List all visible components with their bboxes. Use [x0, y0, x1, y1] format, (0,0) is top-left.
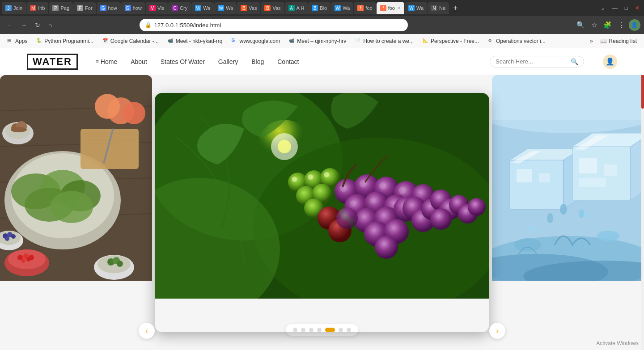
tab-favicon-vas1: B	[241, 5, 247, 11]
reload-button[interactable]: ↻	[32, 20, 43, 30]
nav-contact[interactable]: Contact	[277, 58, 299, 65]
tab-g1[interactable]: G how	[97, 2, 121, 14]
bookmark-operations[interactable]: ⚙ Operations vector i...	[484, 37, 549, 45]
bookmark-perspective[interactable]: 📐 Perspective - Free...	[419, 37, 483, 45]
main-slide-grapes	[155, 93, 489, 332]
reading-list-button[interactable]: 📖 Reading list	[597, 37, 640, 45]
tab-wa4[interactable]: W Wa	[405, 2, 427, 14]
nav-home[interactable]: ≡ Home	[96, 58, 117, 65]
address-bar-input-wrap[interactable]: 🔒	[140, 19, 408, 31]
tab-foo2-active[interactable]: f foo ×	[377, 2, 404, 14]
slideshow-area: ‹ ›	[0, 75, 644, 350]
bookmark-meet1[interactable]: 📹 Meet - nkb-ykad-rrq	[164, 37, 226, 45]
home-button[interactable]: ⌂	[46, 20, 55, 30]
settings-button[interactable]: ⋮	[616, 19, 627, 31]
tab-vis[interactable]: V Vis	[146, 2, 168, 14]
tab-ah[interactable]: A A H	[285, 2, 308, 14]
svg-point-57	[324, 172, 329, 177]
nav-states[interactable]: States Of Water	[161, 58, 205, 65]
slide-prev-button[interactable]: ‹	[139, 323, 155, 339]
back-button[interactable]: ←	[4, 20, 15, 30]
nav-gallery[interactable]: Gallery	[218, 58, 238, 65]
tab-title-g1: how	[108, 5, 117, 11]
svg-point-18	[123, 102, 145, 124]
tab-wa1[interactable]: W Wa	[191, 2, 214, 14]
svg-rect-100	[579, 158, 597, 173]
tab-favicon-inbox: M	[30, 5, 36, 11]
svg-point-41	[5, 236, 9, 241]
close-button[interactable]: ✕	[632, 4, 642, 12]
tab-title-wa4: Wa	[416, 5, 424, 11]
forward-button[interactable]: →	[18, 20, 30, 30]
tab-favicon-join: J	[5, 5, 12, 11]
tab-bar: J Join M Inb P Pag F For G how G how V V…	[0, 0, 644, 16]
tab-title-foo2: foo	[388, 5, 395, 11]
svg-point-94	[514, 238, 541, 252]
bookmarks-more-button[interactable]: »	[588, 37, 595, 45]
tab-title-vis: Vis	[157, 5, 164, 11]
home-line-icon: ≡	[96, 59, 99, 65]
svg-point-88	[350, 200, 356, 207]
svg-point-40	[11, 234, 16, 239]
bookmark-python[interactable]: 🐍 Python Programmi...	[33, 37, 97, 45]
tab-list-button[interactable]: ⌄	[598, 4, 608, 12]
bookmark-meet2[interactable]: 📹 Meet – qjm-nphy-hrv	[285, 37, 350, 45]
nav-about[interactable]: About	[131, 58, 147, 65]
python-favicon: 🐍	[36, 38, 42, 44]
tab-blo[interactable]: B Blo	[308, 2, 330, 14]
svg-point-23	[11, 127, 27, 132]
maximize-button[interactable]: □	[622, 4, 631, 12]
svg-rect-102	[579, 178, 606, 187]
tab-cry[interactable]: C Cry	[168, 2, 191, 14]
tab-foo1[interactable]: f foo	[354, 2, 376, 14]
tab-title-wa1: Wa	[203, 5, 210, 11]
new-tab-button[interactable]: +	[449, 4, 462, 13]
svg-point-95	[597, 231, 619, 241]
tab-favicon-wa1: W	[195, 5, 201, 11]
svg-point-55	[292, 177, 297, 182]
nav-home-label: Home	[101, 58, 117, 65]
tab-wa3[interactable]: W Wa	[331, 2, 353, 14]
tab-g2[interactable]: G how	[121, 2, 145, 14]
side-image-food	[0, 75, 152, 314]
bookmark-google[interactable]: G www.google.com	[228, 37, 284, 45]
tab-close-icon[interactable]: ×	[398, 5, 401, 11]
bookmark-calendar[interactable]: 📅 Google Calendar -...	[99, 37, 162, 45]
tab-vas2[interactable]: B Vas	[261, 2, 284, 14]
tab-join[interactable]: J Join	[2, 2, 26, 14]
tab-wa2[interactable]: W Wa	[214, 2, 237, 14]
svg-point-29	[21, 258, 25, 263]
svg-rect-98	[539, 173, 550, 182]
tab-favicon-vas2: B	[264, 5, 271, 11]
tab-favicon-g1: G	[100, 5, 106, 11]
tab-favicon-for: F	[77, 5, 83, 11]
tab-for[interactable]: F For	[73, 2, 96, 14]
search-form: 🔍	[490, 56, 584, 67]
user-icon[interactable]: 👤	[603, 55, 617, 69]
minimize-button[interactable]: —	[610, 4, 620, 12]
tab-favicon-wa3: W	[335, 5, 341, 11]
nav-blog[interactable]: Blog	[251, 58, 264, 65]
bookmark-star-button[interactable]: ☆	[589, 19, 599, 31]
site-header: WATER ≡ Home About States Of Water Galle…	[0, 48, 644, 75]
tab-favicon-ah: A	[288, 5, 295, 11]
tab-title-pag: Pag	[60, 5, 69, 11]
chevron-right-icon: ›	[496, 326, 499, 336]
bookmark-apps[interactable]: ⊞ Apps	[4, 37, 31, 45]
extensions-button[interactable]: 🧩	[601, 19, 614, 31]
slide-next-button[interactable]: ›	[489, 323, 505, 339]
bookmark-howto[interactable]: 📄 How to create a we...	[352, 37, 417, 45]
zoom-button[interactable]: 🔍	[574, 19, 587, 31]
tab-pag[interactable]: P Pag	[49, 2, 73, 14]
tab-inbox[interactable]: M Inb	[26, 2, 48, 14]
scroll-indicator[interactable]	[641, 48, 644, 350]
search-input[interactable]	[496, 58, 571, 65]
tab-title-join: Join	[13, 5, 22, 11]
search-icon[interactable]: 🔍	[571, 58, 578, 65]
profile-button[interactable]: 👤	[629, 19, 640, 31]
tab-ne[interactable]: N Ne	[428, 2, 449, 14]
tab-vas1[interactable]: B Vas	[237, 2, 260, 14]
svg-point-17	[95, 94, 120, 119]
address-input[interactable]	[154, 22, 402, 29]
svg-point-107	[492, 75, 644, 133]
